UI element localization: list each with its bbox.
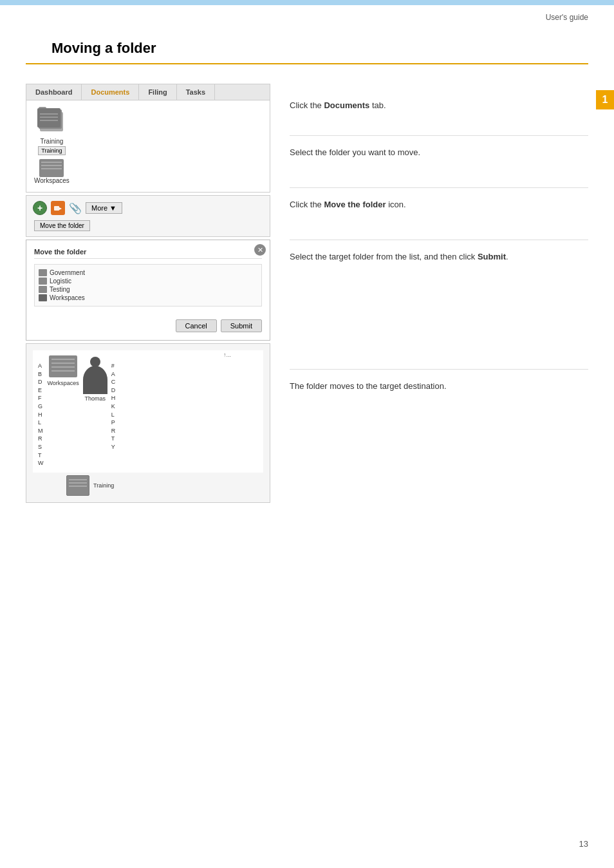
tab-filing[interactable]: Filing bbox=[139, 84, 176, 100]
instruction-1: Click the Documents tab. bbox=[290, 84, 588, 135]
folder-government-label: Government bbox=[50, 269, 85, 276]
move-folder-bold: Move the folder bbox=[324, 200, 386, 209]
training-label-1: Training bbox=[41, 138, 64, 145]
page-number: 13 bbox=[579, 839, 588, 849]
folder-item-logistic[interactable]: Logistic bbox=[39, 277, 257, 285]
final-view: A B D E F G H L M R S T W bbox=[33, 350, 263, 473]
instruction-4: Select the target folder from the list, … bbox=[290, 240, 588, 369]
dialog-buttons: Cancel Submit bbox=[34, 319, 262, 332]
folder-logistic-label: Logistic bbox=[50, 278, 71, 285]
dialog-close-button[interactable]: ✕ bbox=[254, 244, 266, 256]
thomas-item: ↑... Thomas bbox=[83, 358, 107, 402]
workspaces-label-1: Workspaces bbox=[34, 177, 70, 184]
instruction-5: The folder moves to the target destinati… bbox=[290, 370, 588, 486]
screenshots-column: Dashboard Documents Filing Tasks bbox=[26, 84, 270, 503]
screenshot-final: A B D E F G H L M R S T W bbox=[26, 343, 270, 503]
thomas-label: Thomas bbox=[85, 395, 106, 402]
screenshot-toolbar: + 📎 More ▼ Move the folder bbox=[26, 195, 270, 237]
svg-rect-0 bbox=[54, 206, 59, 211]
add-button[interactable]: + bbox=[33, 201, 47, 215]
folder-view-1: Training Training Workspaces bbox=[26, 100, 270, 192]
move-folder-button[interactable]: Move the folder bbox=[34, 220, 90, 231]
svg-marker-1 bbox=[59, 207, 62, 210]
screenshot-nav: Dashboard Documents Filing Tasks bbox=[26, 84, 270, 193]
workspaces-label-final: Workspaces bbox=[48, 380, 79, 386]
cancel-button[interactable]: Cancel bbox=[176, 319, 217, 332]
folder-workspaces-label: Workspaces bbox=[50, 294, 85, 301]
documents-bold-1: Documents bbox=[324, 100, 369, 110]
tab-tasks[interactable]: Tasks bbox=[177, 84, 215, 100]
instructions-column: Click the Documents tab. Select the fold… bbox=[290, 84, 588, 503]
submit-bold: Submit bbox=[478, 252, 506, 261]
page-badge: 1 bbox=[596, 90, 614, 109]
tab-dashboard[interactable]: Dashboard bbox=[26, 84, 82, 100]
more-dropdown-arrow: ▼ bbox=[109, 204, 116, 212]
screenshot-dialog: ✕ Move the folder Government Logistic Te… bbox=[26, 240, 270, 341]
nav-bar: Dashboard Documents Filing Tasks bbox=[26, 84, 270, 100]
right-alpha-index: # A C D H K L P R T Y bbox=[111, 355, 116, 451]
submit-button[interactable]: Submit bbox=[221, 319, 262, 332]
page-title: Moving a folder bbox=[26, 27, 588, 64]
paperclip-icon[interactable]: 📎 bbox=[69, 202, 82, 214]
folder-item-government[interactable]: Government bbox=[39, 269, 257, 277]
training-badge: Training bbox=[38, 146, 65, 155]
left-alpha-index: A B D E F G H L M R S T W bbox=[38, 355, 44, 467]
workspaces-item: Workspaces bbox=[48, 355, 79, 386]
header: User's guide bbox=[0, 5, 614, 27]
folder-item-testing[interactable]: Testing bbox=[39, 285, 257, 294]
folder-testing-label: Testing bbox=[50, 286, 70, 293]
guide-label: User's guide bbox=[546, 13, 588, 22]
more-button[interactable]: More ▼ bbox=[86, 202, 122, 214]
main-content: Dashboard Documents Filing Tasks bbox=[0, 84, 614, 503]
instruction-3: Click the Move the folder icon. bbox=[290, 188, 588, 240]
move-folder-icon[interactable] bbox=[51, 201, 65, 215]
dialog-title: Move the folder bbox=[34, 248, 262, 259]
folder-stack: Training Training Workspaces bbox=[34, 108, 70, 184]
training-label-final: Training bbox=[93, 482, 114, 489]
training-row: Training bbox=[33, 473, 263, 496]
top-bar bbox=[0, 0, 614, 5]
instruction-2: Select the folder you want to move. bbox=[290, 136, 588, 187]
tab-documents[interactable]: Documents bbox=[82, 84, 139, 100]
folder-item-workspaces[interactable]: Workspaces bbox=[39, 294, 257, 302]
more-label: More bbox=[91, 204, 107, 212]
move-indicator-tr: ↑... bbox=[223, 352, 231, 358]
